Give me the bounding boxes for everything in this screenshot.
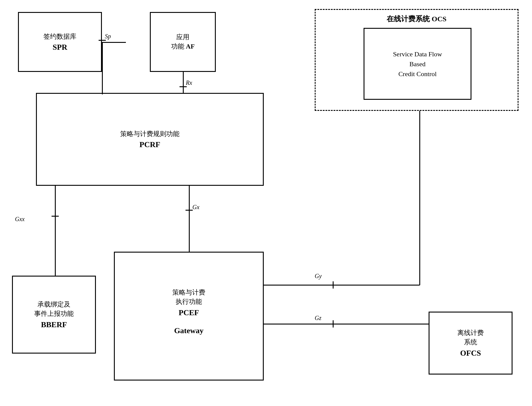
pcrf-subtitle: PCRF	[139, 140, 160, 149]
gx-line-v	[189, 186, 190, 252]
ocs-inner-box: Service Data FlowBasedCredit Control	[364, 28, 471, 100]
spr-subtitle: SPR	[52, 43, 67, 52]
rx-label: Rx	[186, 79, 192, 86]
gz-tick	[333, 320, 334, 327]
ocs-outer-box: 在线计费系统 OCS Service Data FlowBasedCredit …	[315, 9, 519, 111]
gxx-line-v	[55, 186, 56, 276]
af-title: 应用功能 AF	[171, 33, 195, 51]
gz-label: Gz	[315, 315, 321, 322]
rx-line-v	[183, 72, 184, 93]
bberf-box: 承载绑定及事件上报功能 BBERF	[12, 276, 96, 354]
gxx-tick	[52, 216, 59, 217]
sp-line-v1	[102, 42, 103, 94]
spr-title: 签约数据库	[43, 32, 76, 41]
pcef-subtitle: PCEF	[179, 308, 199, 317]
pcrf-title: 策略与计费规则功能	[120, 129, 180, 139]
pcef-title: 策略与计费执行功能	[172, 288, 205, 307]
bberf-title: 承载绑定及事件上报功能	[34, 300, 74, 319]
gx-label: Gx	[192, 204, 199, 211]
ocs-label: 在线计费系统 OCS	[387, 14, 446, 24]
ofcs-box: 离线计费系统 OFCS	[429, 312, 513, 375]
gy-label: Gy	[315, 273, 322, 280]
gz-line-h	[264, 324, 429, 325]
gy-tick	[333, 281, 334, 289]
ocs-inner-text: Service Data FlowBasedCredit Control	[393, 49, 442, 79]
af-box: 应用功能 AF	[150, 12, 216, 72]
pcef-box: 策略与计费执行功能 PCEF Gateway	[114, 252, 264, 381]
sp-line-h	[102, 42, 126, 43]
pcrf-box: 策略与计费规则功能 PCRF	[36, 93, 264, 186]
gy-line-h	[264, 285, 420, 286]
spr-box: 签约数据库 SPR	[18, 12, 102, 72]
sp-tick	[99, 40, 106, 41]
sp-label: Sp	[105, 33, 111, 40]
bberf-subtitle: BBERF	[41, 320, 67, 329]
rx-tick	[180, 86, 187, 87]
ofcs-subtitle: OFCS	[460, 349, 481, 358]
diagram: 签约数据库 SPR 应用功能 AF 在线计费系统 OCS Service Dat…	[0, 0, 532, 406]
gy-line-v	[419, 111, 420, 285]
ofcs-title: 离线计费系统	[457, 328, 484, 347]
gateway-label: Gateway	[174, 326, 204, 335]
gx-tick	[186, 210, 193, 211]
gxx-label: Gxx	[15, 216, 25, 223]
